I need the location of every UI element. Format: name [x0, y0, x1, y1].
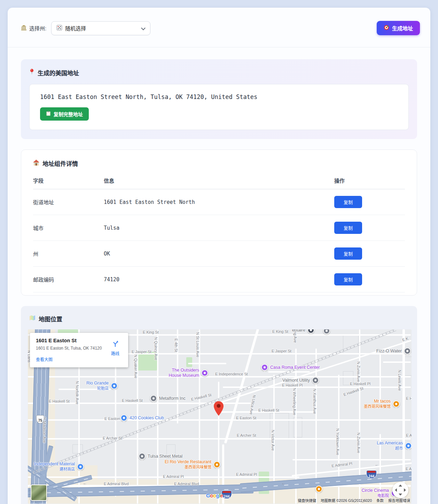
table-row: 街道地址1601 East Easton Street North复制 — [33, 189, 405, 215]
map-poi[interactable]: The OutsidersHouse Museum — [201, 369, 208, 376]
map-poi[interactable]: El Rio Verde Restaurant墨西哥风味餐馆 — [213, 461, 220, 468]
map-info-title: 1601 E Easton St — [36, 338, 105, 343]
map-poi[interactable] — [323, 329, 330, 334]
street-label: E A — [406, 433, 412, 437]
copy-field-button[interactable]: 复制 — [334, 273, 362, 285]
field-value: Tulsa — [104, 215, 334, 241]
field-label: 街道地址 — [33, 189, 104, 215]
poi-label: Valmont Utility — [282, 378, 310, 383]
bank-icon — [21, 25, 27, 32]
terms-link[interactable]: 条款 — [376, 498, 384, 503]
view-larger-map-link[interactable]: 查看大图 — [36, 356, 53, 362]
street-label: E A — [406, 467, 412, 471]
poi-label: Casa Roma Event Center — [270, 365, 320, 370]
street-label: N Xanthus Ave — [313, 389, 317, 414]
state-label-text: 选择州: — [29, 24, 46, 32]
poi-label: Metalform Inc — [159, 396, 186, 401]
satellite-layer-toggle[interactable] — [31, 484, 47, 501]
copy-field-button[interactable]: 复制 — [334, 196, 362, 208]
street-label: E Easton St — [236, 416, 256, 420]
map-embed[interactable]: ←←←←75244244E King StE King StE KE Jaspe… — [28, 329, 412, 504]
state-select-value: 随机选择 — [65, 24, 86, 32]
street-label: N Lewis Ave — [398, 370, 402, 391]
street-label: E Haskell Pl — [282, 383, 303, 387]
copy-full-address-button[interactable]: 复制完整地址 — [40, 107, 89, 121]
map-road — [28, 438, 411, 440]
street-label: E Admiral Blvd — [104, 482, 129, 486]
map-poi[interactable]: entaire — [307, 329, 314, 334]
copy-full-address-label: 复制完整地址 — [54, 110, 83, 117]
world-map-icon — [29, 315, 36, 322]
poi-label: Fizz-O Water — [376, 349, 402, 354]
poi-label: Rio Grande轮胎店 — [86, 381, 109, 391]
google-logo: Google — [206, 492, 223, 498]
street-label: E King St — [272, 329, 288, 334]
poi-label: Mr tacos墨西哥风味餐馆 — [364, 399, 391, 409]
col-header-action: 操作 — [334, 171, 405, 189]
pan-control[interactable] — [392, 482, 408, 498]
street-label: N Victor Ave — [271, 430, 275, 451]
poi-label: Las Americas超市 — [377, 441, 403, 451]
map-oneway-arrow: ← — [374, 462, 379, 467]
street-label: E Independence St — [215, 372, 248, 376]
map-road — [28, 376, 411, 377]
map-poi[interactable]: Fizz-O Water — [404, 348, 411, 354]
directions-label: 路线 — [107, 350, 123, 356]
poi-label: 420 Cookies Club — [130, 415, 164, 421]
dice-icon — [56, 25, 62, 32]
poi-label: Tulsa Sheet Metal — [148, 454, 182, 459]
map-poi[interactable]: Metalform Inc — [150, 395, 157, 402]
map-poi[interactable]: Valmont Utility — [312, 377, 319, 384]
generate-address-button[interactable]: 生成地址 — [377, 21, 420, 35]
state-select[interactable]: 随机选择 — [51, 21, 150, 35]
field-value: OK — [104, 241, 334, 267]
poi-label: Independent Material建材商店 — [34, 461, 75, 472]
street-label: E Haskell St — [190, 392, 212, 401]
map-poi[interactable]: Rio Grande轮胎店 — [111, 382, 118, 389]
map-poi[interactable]: 420 Cookies Club — [120, 414, 127, 421]
street-label: E Jasper St — [272, 349, 291, 353]
generated-address-value: 1601 East Easton Street North, Tulsa, OK… — [40, 93, 398, 100]
map-road — [28, 419, 411, 421]
map-building — [405, 357, 412, 376]
field-label: 邮政编码 — [33, 267, 104, 292]
field-label: 州 — [33, 241, 104, 267]
clipboard-icon — [46, 111, 51, 117]
generated-address-title: 生成的美国地址 — [29, 68, 409, 77]
street-label: E Admiral Pl — [331, 461, 352, 468]
report-map-error-link[interactable]: 报告地图错误 — [388, 498, 410, 503]
map-poi[interactable]: Las Americas超市 — [405, 442, 412, 449]
map-poi[interactable]: Mr tacos墨西哥风味餐馆 — [393, 400, 400, 407]
street-label: E Admiral Blvd — [174, 482, 199, 486]
street-label: E Haskell St — [258, 408, 279, 412]
map-info-address: 1601 E Easton St, Tulsa, OK 74120 — [36, 346, 105, 351]
generate-button-label: 生成地址 — [392, 24, 413, 32]
street-label: N Quincy Ave — [154, 337, 158, 360]
map-poi[interactable]: Independent Material建材商店 — [77, 463, 84, 470]
field-value: 1601 East Easton Street North — [104, 189, 334, 215]
map-poi[interactable]: Tulsa Sheet Metal — [139, 453, 146, 460]
copy-field-button[interactable]: 复制 — [334, 247, 362, 260]
map-poi[interactable]: Casa Roma Event Center — [261, 364, 268, 371]
street-label: E Jasper St — [132, 350, 151, 354]
map-poi[interactable] — [315, 486, 322, 492]
poi-label: entaire — [292, 329, 305, 333]
address-details-section: 地址组件详情 字段 信息 操作 街道地址1601 East Easton Str… — [21, 150, 417, 296]
street-label: E King St — [143, 330, 159, 334]
address-details-title-text: 地址组件详情 — [42, 159, 78, 168]
street-label: E 4th St — [174, 338, 178, 352]
street-label: N Zunis Ave — [357, 361, 361, 382]
directions-control[interactable]: 路线 — [107, 338, 123, 362]
street-label: N Wheeling Ave — [292, 388, 297, 415]
house-icon — [33, 160, 39, 167]
state-select-label: 选择州: — [21, 24, 46, 32]
copy-field-button[interactable]: 复制 — [334, 222, 362, 234]
map-oneway-arrow: ← — [281, 481, 286, 486]
toolbar: 选择州: 随机选择 生成地址 — [8, 21, 430, 47]
street-label: E Haskell St — [122, 398, 143, 403]
round-pushpin-icon — [29, 69, 34, 77]
street-label: N St Louis Ave — [196, 332, 200, 357]
keyboard-shortcuts-link[interactable]: 键盘快捷键 — [298, 498, 316, 503]
col-header-value: 信息 — [104, 171, 334, 189]
col-header-field: 字段 — [33, 171, 104, 189]
